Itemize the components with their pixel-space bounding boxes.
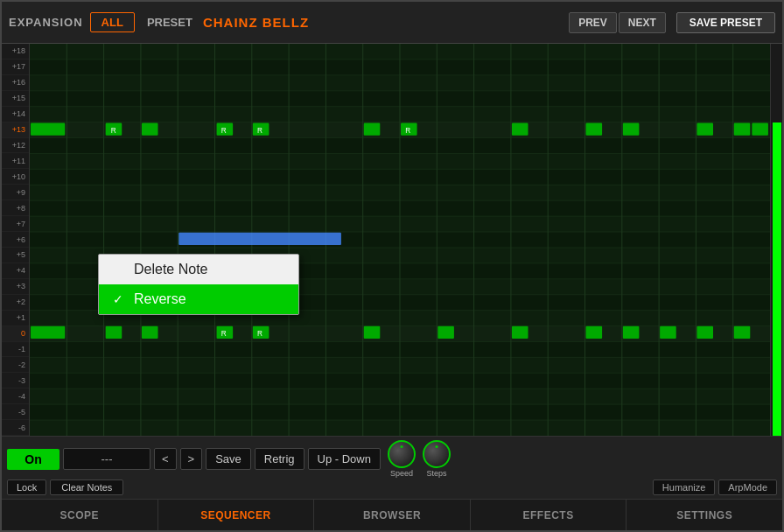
footer-tabs: SCOPE SEQUENCER BROWSER EFFECTS SETTINGS [2, 499, 782, 530]
note-label: +4 [2, 263, 29, 279]
all-button[interactable]: ALL [90, 12, 135, 32]
preset-display[interactable]: --- [63, 448, 150, 470]
note-label: +2 [2, 295, 29, 311]
main-content: +18 +17 +16 +15 +14 +13 +12 +11 +10 +9 +… [2, 44, 782, 499]
svg-text:R: R [257, 330, 262, 338]
prev-arrow-button[interactable]: < [154, 448, 177, 470]
steps-label: Steps [426, 469, 446, 478]
svg-rect-95 [438, 326, 454, 339]
svg-text:R: R [257, 127, 262, 135]
svg-rect-82 [623, 123, 640, 136]
note-label: +12 [2, 138, 29, 154]
humanize-button[interactable]: Humanize [653, 480, 716, 495]
steps-knob[interactable] [423, 440, 451, 468]
svg-rect-94 [364, 326, 381, 339]
retrig-button[interactable]: Retrig [255, 448, 304, 470]
note-label: -5 [2, 404, 29, 420]
bottom-row1: On --- < > Save Retrig Up - Down Speed [7, 440, 777, 478]
note-label: +8 [2, 200, 29, 216]
note-label: -1 [2, 342, 29, 358]
svg-rect-89 [142, 326, 158, 339]
svg-rect-80 [512, 123, 528, 136]
next-arrow-button[interactable]: > [180, 448, 203, 470]
svg-rect-97 [586, 326, 603, 339]
tab-settings[interactable]: SETTINGS [626, 500, 782, 530]
updown-button[interactable]: Up - Down [308, 448, 381, 470]
expansion-label: EXPANSION [9, 16, 83, 29]
steps-knob-wrap: Steps [423, 440, 451, 478]
speed-knob[interactable] [388, 440, 416, 468]
note-labels: +18 +17 +16 +15 +14 +13 +12 +11 +10 +9 +… [2, 44, 30, 436]
svg-text:R: R [405, 127, 410, 135]
sequencer-area: +18 +17 +16 +15 +14 +13 +12 +11 +10 +9 +… [2, 44, 782, 499]
bottom-row2: Lock Clear Notes Humanize ArpMode [7, 480, 777, 495]
context-menu: Delete Note ✓ Reverse [98, 254, 299, 315]
delete-note-label: Delete Note [134, 262, 208, 277]
note-label: -6 [2, 420, 29, 436]
note-label-0: 0 [2, 326, 29, 342]
save-button[interactable]: Save [206, 448, 251, 470]
note-label: +10 [2, 169, 29, 185]
reverse-check-icon: ✓ [113, 292, 127, 306]
note-label: +11 [2, 153, 29, 169]
note-label: +14 [2, 107, 29, 122]
svg-rect-87 [31, 326, 65, 339]
svg-rect-81 [586, 123, 603, 136]
svg-rect-99 [660, 326, 676, 339]
arpmode-button[interactable]: ArpMode [718, 480, 777, 495]
note-label: +16 [2, 75, 29, 91]
tab-effects[interactable]: EFFECTS [471, 500, 627, 530]
bottom-controls: On --- < > Save Retrig Up - Down Speed [2, 436, 782, 499]
preset-name: CHAINZ BELLZ [203, 15, 309, 30]
prev-button[interactable]: PREV [569, 12, 617, 33]
note-label: +7 [2, 216, 29, 232]
delete-note-menu-item[interactable]: Delete Note [99, 255, 298, 284]
clear-notes-button[interactable]: Clear Notes [50, 480, 123, 495]
nav-group: PREV NEXT [569, 12, 666, 33]
svg-rect-84 [734, 123, 751, 136]
note-label-13: +13 [2, 122, 29, 138]
svg-rect-72 [142, 123, 158, 136]
reverse-label: Reverse [134, 291, 186, 307]
note-label: +5 [2, 248, 29, 263]
tab-scope[interactable]: SCOPE [2, 500, 158, 530]
note-label: +9 [2, 185, 29, 200]
note-label: +18 [2, 44, 29, 60]
note-label: +3 [2, 279, 29, 295]
next-button[interactable]: NEXT [619, 12, 666, 33]
note-label: -2 [2, 357, 29, 373]
note-label: -4 [2, 388, 29, 404]
velocity-bar [770, 44, 782, 436]
svg-text:R: R [221, 330, 227, 338]
svg-rect-77 [364, 123, 381, 136]
speed-knob-dot [400, 445, 402, 448]
svg-rect-83 [696, 123, 713, 136]
knob-group: Speed Steps [388, 440, 451, 478]
reverse-menu-item[interactable]: ✓ Reverse [99, 284, 298, 314]
header: EXPANSION ALL PRESET CHAINZ BELLZ PREV N… [2, 2, 782, 44]
app-container: EXPANSION ALL PRESET CHAINZ BELLZ PREV N… [0, 0, 784, 532]
grid-container: +18 +17 +16 +15 +14 +13 +12 +11 +10 +9 +… [2, 44, 782, 436]
speed-label: Speed [390, 469, 413, 478]
speed-knob-wrap: Speed [388, 440, 416, 478]
save-preset-button[interactable]: SAVE PRESET [676, 12, 775, 33]
grid-canvas[interactable]: R R R R [30, 44, 770, 436]
lock-button[interactable]: Lock [7, 480, 46, 495]
svg-rect-69 [31, 123, 65, 136]
svg-rect-96 [512, 326, 528, 339]
tab-browser[interactable]: BROWSER [314, 500, 471, 530]
svg-rect-88 [106, 326, 122, 339]
note-label: -3 [2, 373, 29, 388]
note-label: +15 [2, 91, 29, 107]
on-button[interactable]: On [7, 449, 60, 470]
svg-rect-101 [734, 326, 751, 339]
svg-rect-98 [623, 326, 640, 339]
svg-text:R: R [221, 127, 227, 135]
svg-text:R: R [111, 127, 116, 135]
preset-label: PRESET [147, 16, 192, 29]
tab-sequencer[interactable]: SEQUENCER [158, 500, 315, 530]
note-label: +6 [2, 232, 29, 248]
velocity-indicator [773, 122, 781, 436]
note-label: +1 [2, 311, 29, 326]
svg-rect-85 [752, 123, 768, 136]
